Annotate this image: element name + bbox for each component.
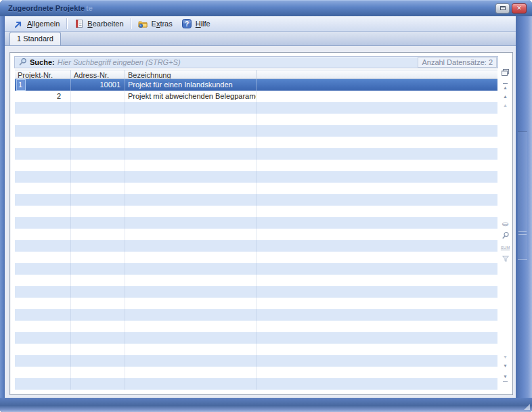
menu-hilfe[interactable]: ? Hilfe xyxy=(177,18,215,30)
table-empty-row xyxy=(15,217,497,229)
table-empty-row xyxy=(15,229,497,240)
menu-separator xyxy=(66,18,67,29)
table-empty-row xyxy=(15,148,497,160)
scroll-up-dim-icon[interactable]: ▲ xyxy=(500,102,511,109)
search-icon xyxy=(18,58,27,68)
table-empty-row xyxy=(15,125,497,137)
cell-projekt-nr[interactable]: 1 xyxy=(15,79,71,91)
scroll-bottom-icon[interactable]: ▼ xyxy=(503,373,508,382)
folder-extras-icon xyxy=(138,19,148,29)
table-empty-row xyxy=(15,309,497,321)
projects-table: Projekt-Nr. Adress-Nr. Bezeichnung 1 100… xyxy=(15,70,497,390)
app-window: Zugeordnete Projekte te ✕ Allgemein xyxy=(0,0,532,412)
edit-document-icon xyxy=(74,19,84,29)
table-side-toolbar: ▲ ▲ ▲ (|) SUM xyxy=(500,68,511,392)
menu-label: Bearbeiten xyxy=(87,20,123,28)
cell-projekt-nr[interactable]: 2 xyxy=(15,91,71,102)
cell-bezeichnung[interactable]: Projekt für einen Inlandskunden xyxy=(125,79,257,91)
table-rows: 1 10001 Projekt für einen Inlandskunden … xyxy=(15,79,497,390)
maximize-button[interactable] xyxy=(495,3,510,14)
table-empty-row xyxy=(15,171,497,183)
table-empty-row xyxy=(15,286,497,298)
table-empty-row xyxy=(15,194,497,206)
fit-width-icon[interactable]: (|) xyxy=(500,220,511,227)
menu-label: Hilfe xyxy=(196,20,210,28)
table-empty-row xyxy=(15,332,497,344)
scrollbar-thumb[interactable] xyxy=(518,131,527,260)
record-count-value: 2 xyxy=(489,58,493,66)
cell-bezeichnung[interactable]: Projekt mit abweichenden Belegparametern xyxy=(125,91,257,102)
search-input[interactable] xyxy=(58,58,416,67)
column-header-bezeichnung[interactable]: Bezeichnung xyxy=(125,70,257,78)
table-empty-row xyxy=(15,102,497,114)
arrow-up-right-icon xyxy=(14,19,24,29)
scroll-up-icon[interactable]: ▲ xyxy=(500,93,511,100)
table-empty-row xyxy=(15,298,497,309)
menu-label: Extras xyxy=(152,20,173,28)
scroll-top-icon[interactable]: ▲ xyxy=(503,83,508,91)
resize-grip-icon[interactable] xyxy=(524,404,530,410)
menu-extras[interactable]: Extras xyxy=(133,18,177,30)
sum-icon[interactable]: SUM xyxy=(500,244,511,251)
cell-adress-nr[interactable] xyxy=(71,91,125,102)
table-empty-row xyxy=(15,321,497,332)
menu-separator xyxy=(131,18,131,29)
search-bar[interactable]: Suche: Anzahl Datensätze: 2 xyxy=(14,56,498,68)
search-label: Suche: xyxy=(30,58,55,66)
scroll-down-dim-icon[interactable]: ▼ xyxy=(500,354,511,361)
cell-empty[interactable] xyxy=(257,91,497,102)
table-empty-row xyxy=(15,252,497,263)
window-scrollbar-right[interactable] xyxy=(516,16,532,398)
scrollbar-grip xyxy=(518,231,527,235)
window-body: 1 Standard Suche: Anzahl Datensätze: 2 xyxy=(5,32,516,398)
tab-strip: 1 Standard xyxy=(5,32,516,46)
cell-adress-nr[interactable]: 10001 xyxy=(71,79,125,91)
table-empty-row xyxy=(15,160,497,171)
filter-icon[interactable] xyxy=(500,255,511,263)
menu-bearbeiten[interactable]: Bearbeiten xyxy=(69,18,128,30)
window-title-echo: te xyxy=(86,4,93,12)
table-empty-row xyxy=(15,263,497,275)
help-icon: ? xyxy=(182,19,192,29)
menu-allgemein[interactable]: Allgemein xyxy=(9,18,64,30)
table-empty-row xyxy=(15,183,497,194)
table-row[interactable]: 2 Projekt mit abweichenden Belegparamete… xyxy=(15,91,497,102)
window-icon xyxy=(500,6,506,10)
window-border-left xyxy=(0,16,5,398)
table-empty-row xyxy=(15,367,497,378)
titlebar[interactable]: Zugeordnete Projekte te ✕ xyxy=(0,0,532,16)
tab-standard[interactable]: 1 Standard xyxy=(9,32,61,45)
column-chooser-icon[interactable] xyxy=(500,68,511,77)
table-empty-row xyxy=(15,378,497,390)
window-border-bottom xyxy=(0,398,532,412)
svg-text:?: ? xyxy=(185,20,189,28)
table-empty-row xyxy=(15,355,497,367)
table-row-selected[interactable]: 1 10001 Projekt für einen Inlandskunden xyxy=(15,79,497,91)
scroll-down-icon[interactable]: ▼ xyxy=(500,363,511,369)
table-header[interactable]: Projekt-Nr. Adress-Nr. Bezeichnung xyxy=(15,70,497,79)
column-header-adress-nr[interactable]: Adress-Nr. xyxy=(71,70,125,78)
scroll-down-group: ▼ ▼ ▼ xyxy=(500,354,511,384)
table-empty-row xyxy=(15,275,497,286)
table-empty-row xyxy=(15,137,497,148)
table-empty-row xyxy=(15,114,497,125)
close-button[interactable]: ✕ xyxy=(512,3,527,14)
record-count: Anzahl Datensätze: 2 xyxy=(418,57,497,68)
table-empty-row xyxy=(15,344,497,355)
table-empty-row xyxy=(15,240,497,252)
table-empty-row xyxy=(15,206,497,217)
menu-label: Allgemein xyxy=(27,20,60,28)
column-header-empty[interactable] xyxy=(257,70,497,78)
column-header-projekt-nr[interactable]: Projekt-Nr. xyxy=(15,70,71,78)
zoom-icon[interactable] xyxy=(500,231,511,240)
cell-empty[interactable] xyxy=(257,79,497,91)
window-title: Zugeordnete Projekte xyxy=(8,4,85,12)
table-tools-group: (|) SUM xyxy=(500,220,511,267)
content-panel: Suche: Anzahl Datensätze: 2 Projekt-Nr. … xyxy=(9,52,513,395)
menu-bar: Allgemein Bearbeiten xyxy=(5,16,516,32)
